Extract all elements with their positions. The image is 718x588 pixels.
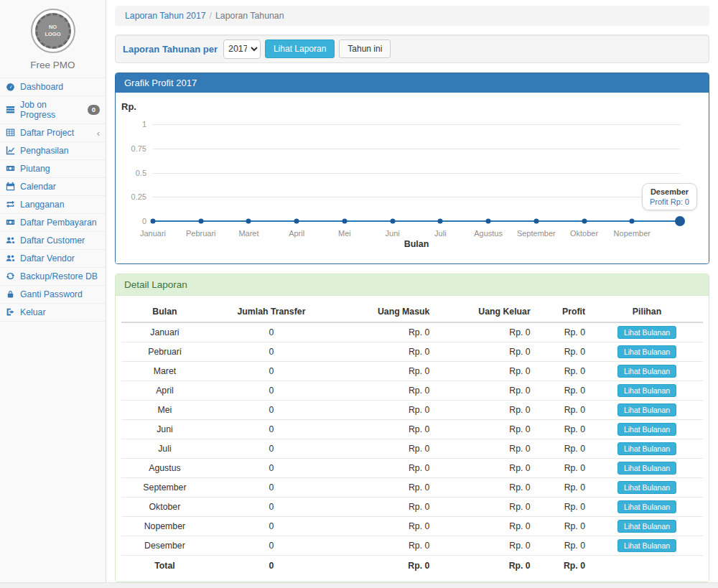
lihat-bulanan-button[interactable]: Lihat Bulanan (617, 481, 676, 494)
table-row: Mei0Rp. 0Rp. 0Rp. 0Lihat Bulanan (121, 401, 703, 420)
lihat-bulanan-button[interactable]: Lihat Bulanan (617, 539, 676, 552)
sidebar-item-label: Backup/Restore DB (20, 271, 98, 281)
table-row: Pebruari0Rp. 0Rp. 0Rp. 0Lihat Bulanan (121, 342, 703, 362)
column-header-jumlah-transfer: Jumlah Transfer (208, 302, 335, 322)
cell-jumlah-transfer: 0 (208, 459, 335, 478)
column-header-profit: Profit (536, 302, 591, 322)
cell-pilihan: Lihat Bulanan (591, 322, 703, 342)
data-point-mei[interactable] (342, 219, 347, 224)
table-total-row: Total0Rp. 0Rp. 0Rp. 0 (121, 556, 703, 577)
cell-uang-keluar: Rp. 0 (435, 498, 536, 517)
table-row: Januari0Rp. 0Rp. 0Rp. 0Lihat Bulanan (121, 322, 703, 342)
cell-uang-masuk: Rp. 0 (335, 536, 435, 556)
users-icon (6, 253, 16, 263)
refresh-icon (6, 271, 16, 281)
cell-pilihan: Lihat Bulanan (591, 401, 703, 420)
calendar-icon (6, 182, 16, 192)
sidebar-item-daftar-customer[interactable]: Daftar Customer (0, 232, 106, 250)
x-tick-label: Mei (338, 229, 351, 238)
sidebar-item-calendar[interactable]: Calendar (0, 178, 106, 196)
tahun-ini-button[interactable]: Tahun ini (339, 39, 391, 58)
data-point-pebruari[interactable] (198, 219, 203, 224)
sidebar-item-langganan[interactable]: Langganan (0, 196, 106, 214)
lihat-bulanan-button[interactable]: Lihat Bulanan (617, 500, 676, 513)
year-select[interactable]: 2017 (223, 39, 261, 59)
lihat-bulanan-button[interactable]: Lihat Bulanan (617, 520, 676, 533)
sidebar-item-daftar-vendor[interactable]: Daftar Vendor (0, 250, 106, 268)
lihat-bulanan-button[interactable]: Lihat Bulanan (617, 345, 676, 358)
x-axis-title: Bulan (153, 239, 680, 249)
lihat-bulanan-button[interactable]: Lihat Bulanan (617, 403, 676, 416)
data-point-maret[interactable] (246, 219, 251, 224)
cell-bulan: April (121, 381, 208, 401)
lihat-bulanan-button[interactable]: Lihat Bulanan (617, 365, 676, 378)
lihat-bulanan-button[interactable]: Lihat Bulanan (617, 326, 676, 339)
lihat-bulanan-button[interactable]: Lihat Bulanan (617, 423, 676, 436)
column-header-uang-keluar: Uang Keluar (435, 302, 536, 322)
sidebar-item-label: Ganti Password (20, 289, 83, 299)
sidebar-item-daftar-project[interactable]: Daftar Project‹ (0, 124, 106, 142)
cell-bulan: Pebruari (121, 342, 208, 362)
cell-bulan: Nopember (121, 517, 208, 536)
grid-line: 0.5 (153, 173, 680, 174)
data-point-oktober[interactable] (582, 219, 587, 224)
cell-bulan: Juni (121, 420, 208, 439)
detail-panel-title: Detail Laporan (116, 274, 709, 296)
sidebar-item-job-on-progress[interactable]: Job on Progress0 (0, 96, 106, 124)
lihat-bulanan-button[interactable]: Lihat Bulanan (617, 384, 676, 397)
cell-pilihan: Lihat Bulanan (591, 536, 703, 556)
sidebar-item-label: Daftar Project (20, 128, 74, 138)
sidebar-item-piutang[interactable]: Piutang (0, 160, 106, 178)
total-cell-profit: Rp. 0 (536, 556, 591, 577)
cell-profit: Rp. 0 (536, 381, 591, 401)
sidebar-item-backup-restore-db[interactable]: Backup/Restore DB (0, 268, 106, 286)
footer: Powered by Free PMO, and developed with … (0, 582, 718, 588)
sidebar-item-label: Piutang (20, 164, 50, 174)
data-point-agustus[interactable] (486, 219, 491, 224)
table-row: Maret0Rp. 0Rp. 0Rp. 0Lihat Bulanan (121, 362, 703, 381)
total-cell-pilihan (591, 556, 703, 577)
column-header-bulan: Bulan (121, 302, 208, 322)
sidebar-item-label: Keluar (20, 307, 46, 317)
cell-bulan: Desember (121, 536, 208, 556)
cell-uang-masuk: Rp. 0 (335, 498, 435, 517)
lihat-bulanan-button[interactable]: Lihat Bulanan (617, 442, 676, 455)
data-point-april[interactable] (294, 219, 299, 224)
sidebar-item-ganti-password[interactable]: Ganti Password (0, 286, 106, 304)
cell-jumlah-transfer: 0 (208, 478, 335, 498)
profit-chart-panel: Grafik Profit 2017 Rp. 10.750.50.250Janu… (115, 73, 709, 264)
breadcrumb-current: Laporan Tahunan (215, 11, 284, 21)
breadcrumb-link[interactable]: Laporan Tahun 2017 (125, 11, 206, 21)
data-point-nopember[interactable] (630, 219, 635, 224)
data-point-juli[interactable] (438, 219, 443, 224)
data-point-september[interactable] (533, 219, 538, 224)
x-tick-label: Januari (140, 229, 166, 238)
tachometer-icon (6, 82, 16, 92)
sidebar-item-daftar-pembayaran[interactable]: Daftar Pembayaran (0, 214, 106, 232)
column-header-uang-masuk: Uang Masuk (335, 302, 435, 322)
cell-profit: Rp. 0 (536, 439, 591, 459)
cell-uang-keluar: Rp. 0 (435, 439, 536, 459)
users-icon (6, 235, 16, 246)
money-icon (6, 218, 16, 228)
cell-profit: Rp. 0 (536, 420, 591, 439)
lihat-laporan-button[interactable]: Lihat Laporan (265, 39, 335, 58)
data-point-juni[interactable] (390, 219, 395, 224)
data-point-januari[interactable] (151, 219, 156, 224)
lihat-bulanan-button[interactable]: Lihat Bulanan (617, 462, 676, 475)
chart-tooltip: Desember Profit Rp: 0 (642, 183, 697, 210)
sidebar-item-penghasilan[interactable]: Penghasilan (0, 142, 106, 160)
data-point-desember[interactable] (675, 216, 685, 226)
table-row: Nopember0Rp. 0Rp. 0Rp. 0Lihat Bulanan (121, 517, 703, 536)
job-count-badge: 0 (88, 105, 100, 115)
sidebar-item-dashboard[interactable]: Dashboard (0, 78, 106, 96)
table-row: September0Rp. 0Rp. 0Rp. 0Lihat Bulanan (121, 478, 703, 498)
sidebar-item-keluar[interactable]: Keluar (0, 304, 106, 322)
cell-uang-masuk: Rp. 0 (335, 517, 435, 536)
x-tick-label: Juni (386, 229, 400, 238)
profit-line (153, 220, 680, 222)
cell-jumlah-transfer: 0 (208, 498, 335, 517)
total-cell-uang-keluar: Rp. 0 (435, 556, 536, 577)
total-cell-bulan: Total (121, 556, 208, 577)
sidebar-item-label: Daftar Vendor (20, 253, 75, 263)
